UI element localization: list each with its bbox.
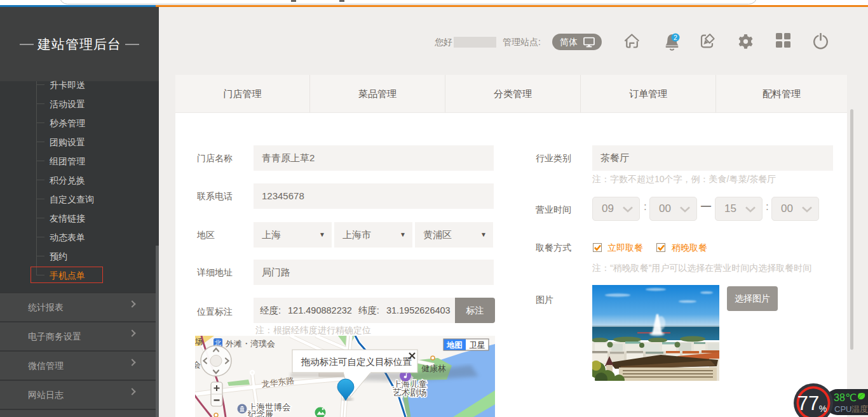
svg-text:场: 场 [195, 337, 203, 346]
svg-text:卫星: 卫星 [470, 341, 485, 350]
svg-text:艺术剧场: 艺术剧场 [393, 388, 427, 397]
svg-text:健康林: 健康林 [421, 364, 446, 373]
svg-text:地图: 地图 [446, 341, 463, 350]
svg-text:CPU: CPU [834, 404, 851, 414]
svg-text:温度: 温度 [851, 404, 868, 414]
svg-text:2: 2 [674, 34, 677, 41]
svg-text:拖动标注可自定义目标位置: 拖动标注可自定义目标位置 [301, 357, 412, 367]
svg-text:77: 77 [797, 392, 819, 414]
svg-text:外滩・湾璞会: 外滩・湾璞会 [225, 339, 275, 348]
svg-text:38℃: 38℃ [834, 392, 857, 403]
svg-text:会: 会 [195, 360, 201, 369]
svg-text:%: % [819, 404, 827, 414]
svg-text:纪念展: 纪念展 [247, 409, 274, 417]
